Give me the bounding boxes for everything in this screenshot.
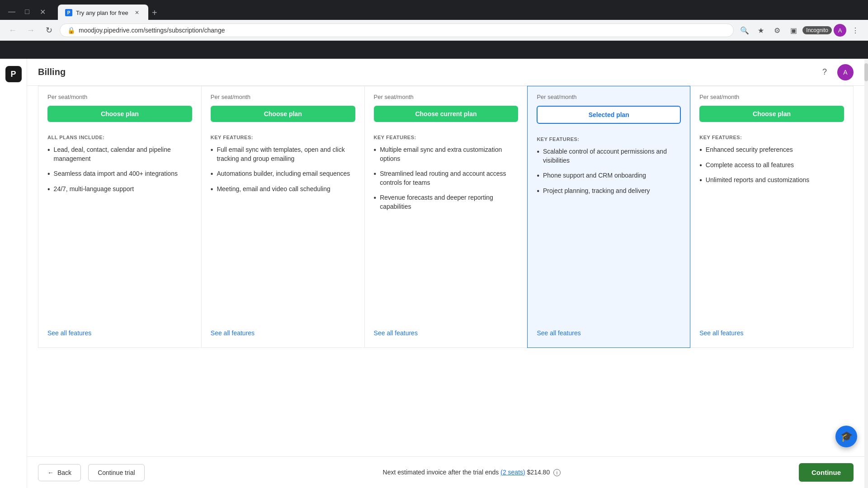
power-feature-3: • Project planning, tracking and deliver… (537, 187, 681, 196)
lens-icon[interactable]: 🔍 (737, 23, 752, 38)
enterprise-per-seat: Per seat/month (699, 94, 844, 100)
advanced-per-seat: Per seat/month (211, 94, 355, 100)
power-feature-1: • Scalable control of account permission… (537, 147, 681, 165)
back-nav-button[interactable]: ← (5, 23, 20, 38)
extensions-icon[interactable]: ⚙ (770, 23, 784, 38)
page-header: Billing ? A (27, 59, 864, 86)
enterprise-features: KEY FEATURES: • Enhanced security prefer… (699, 129, 844, 319)
continue-trial-label: Continue trial (98, 469, 135, 476)
plan-essential-header: Per seat/month Choose plan (47, 86, 192, 129)
essential-feature-list: • Lead, deal, contact, calendar and pipe… (47, 145, 192, 193)
browser-toolbar: ← → ↻ 🔒 moodjoy.pipedrive.com/settings/s… (0, 20, 868, 41)
bullet-icon: • (47, 170, 50, 178)
maximize-button[interactable]: □ (21, 5, 33, 18)
sidebar-logo: P (5, 66, 22, 82)
advanced-features: KEY FEATURES: • Full email sync with tem… (211, 129, 355, 319)
forward-nav-button[interactable]: → (24, 23, 38, 38)
lock-icon: 🔒 (67, 27, 75, 34)
address-text: moodjoy.pipedrive.com/settings/subscript… (79, 27, 726, 34)
advanced-choose-button[interactable]: Choose plan (211, 106, 355, 122)
plan-enterprise-header: Per seat/month Choose plan (699, 86, 844, 129)
professional-per-seat: Per seat/month (374, 94, 519, 100)
enterprise-feature-1: • Enhanced security preferences (699, 145, 844, 155)
advanced-features-label: KEY FEATURES: (211, 129, 355, 140)
sidebar: P (0, 59, 27, 488)
power-see-all-link[interactable]: See all features (537, 319, 681, 337)
essential-feature-3: • 24/7, multi-language support (47, 185, 192, 194)
bullet-icon: • (537, 172, 539, 179)
bullet-icon: • (537, 188, 539, 195)
window-controls: ― □ ✕ (5, 5, 49, 18)
power-selected-button[interactable]: Selected plan (537, 106, 681, 124)
back-label: Back (57, 469, 71, 476)
power-feature-list: • Scalable control of account permission… (537, 147, 681, 195)
toolbar-right: 🔍 ★ ⚙ ▣ Incognito A ⋮ (737, 23, 863, 38)
plan-advanced-header: Per seat/month Choose plan (211, 86, 355, 129)
page-title: Billing (38, 67, 66, 77)
bullet-icon: • (537, 148, 539, 155)
essential-see-all-link[interactable]: See all features (47, 319, 192, 337)
seats-link[interactable]: (2 seats) (500, 469, 525, 476)
power-features: KEY FEATURES: • Scalable control of acco… (537, 131, 681, 319)
bullet-icon: • (211, 170, 213, 178)
plan-power-header: Per seat/month Selected plan (537, 86, 681, 131)
essential-features: ALL PLANS INCLUDE: • Lead, deal, contact… (47, 129, 192, 319)
tab-title: Try any plan for free (76, 9, 128, 16)
new-tab-button[interactable]: + (148, 5, 161, 21)
header-right: ? A (817, 64, 854, 80)
address-bar[interactable]: 🔒 moodjoy.pipedrive.com/settings/subscri… (60, 23, 734, 37)
essential-per-seat: Per seat/month (47, 94, 192, 100)
enterprise-feature-3: • Unlimited reports and customizations (699, 176, 844, 185)
chat-widget-button[interactable]: 🎓 (835, 426, 857, 447)
professional-see-all-link[interactable]: See all features (374, 319, 519, 337)
invoice-amount: $214.80 (527, 469, 550, 476)
user-avatar[interactable]: A (837, 64, 854, 80)
power-per-seat: Per seat/month (537, 94, 681, 100)
tab-close-button[interactable]: ✕ (133, 9, 141, 17)
professional-feature-3: • Revenue forecasts and deeper reporting… (374, 193, 519, 211)
advanced-feature-3: • Meeting, email and video call scheduli… (211, 185, 355, 194)
bullet-icon: • (374, 194, 377, 202)
bullet-icon: • (374, 146, 377, 154)
back-arrow-icon: ← (47, 469, 54, 476)
scroll-thumb (864, 63, 868, 81)
advanced-see-all-link[interactable]: See all features (211, 319, 355, 337)
back-button[interactable]: ← Back (38, 464, 81, 481)
advanced-feature-2: • Automations builder, including email s… (211, 169, 355, 178)
close-window-button[interactable]: ✕ (36, 5, 49, 18)
reload-button[interactable]: ↻ (42, 23, 56, 38)
continue-trial-button[interactable]: Continue trial (88, 464, 145, 481)
enterprise-see-all-link[interactable]: See all features (699, 319, 844, 337)
tab-bar: P Try any plan for free ✕ + (52, 3, 863, 21)
power-features-label: KEY FEATURES: (537, 131, 681, 142)
professional-features-label: KEY FEATURES: (374, 129, 519, 140)
bottom-bar: ← Back Continue trial Next estimated inv… (27, 456, 864, 488)
profile-avatar[interactable]: A (834, 24, 846, 37)
invoice-info: Next estimated invoice after the trial e… (152, 469, 792, 476)
help-icon[interactable]: ? (817, 65, 832, 80)
title-bar: ― □ ✕ P Try any plan for free ✕ + (0, 0, 868, 20)
professional-choose-current-button[interactable]: Choose current plan (374, 106, 519, 122)
plan-essential: Per seat/month Choose plan ALL PLANS INC… (38, 86, 201, 348)
menu-button[interactable]: ⋮ (848, 23, 863, 38)
minimize-button[interactable]: ― (5, 5, 18, 18)
essential-choose-button[interactable]: Choose plan (47, 106, 192, 122)
continue-button[interactable]: Continue (799, 463, 854, 482)
professional-features: KEY FEATURES: • Multiple email sync and … (374, 129, 519, 319)
enterprise-features-label: KEY FEATURES: (699, 129, 844, 140)
essential-feature-2: • Seamless data import and 400+ integrat… (47, 169, 192, 178)
plan-enterprise: Per seat/month Choose plan KEY FEATURES:… (690, 86, 854, 348)
main-content: Billing ? A Per seat/month Choose plan A… (27, 59, 864, 488)
enterprise-choose-button[interactable]: Choose plan (699, 106, 844, 122)
bullet-icon: • (699, 177, 702, 184)
cast-icon[interactable]: ▣ (786, 23, 801, 38)
bullet-icon: • (47, 186, 50, 193)
enterprise-feature-2: • Complete access to all features (699, 161, 844, 170)
bullet-icon: • (699, 162, 702, 169)
essential-features-label: ALL PLANS INCLUDE: (47, 129, 192, 140)
plans-container: Per seat/month Choose plan ALL PLANS INC… (27, 86, 864, 456)
active-tab[interactable]: P Try any plan for free ✕ (58, 5, 148, 21)
scroll-track (864, 59, 868, 488)
info-icon[interactable]: i (553, 469, 561, 476)
bookmark-star-icon[interactable]: ★ (754, 23, 768, 38)
